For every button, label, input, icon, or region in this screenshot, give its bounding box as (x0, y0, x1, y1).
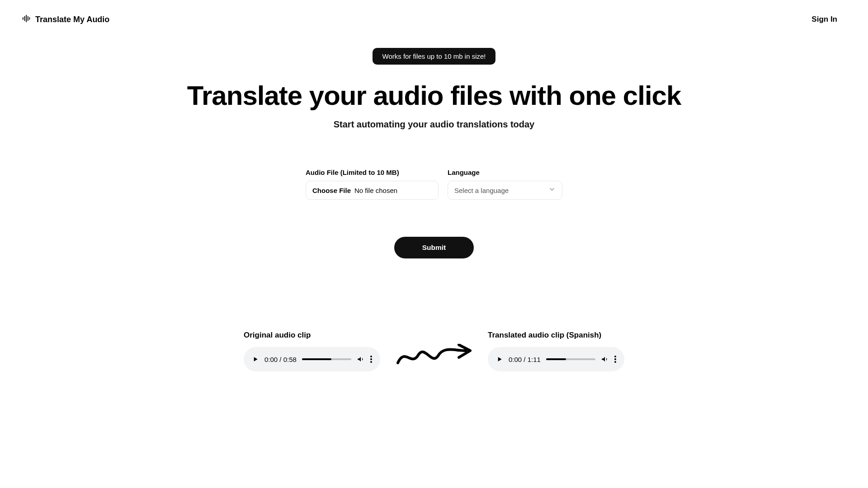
translated-clip-col: Translated audio clip (Spanish) 0:00 / 1… (488, 331, 624, 371)
svg-point-10 (614, 361, 616, 363)
volume-icon[interactable] (601, 355, 609, 363)
audio-file-field: Audio File (Limited to 10 MB) Choose Fil… (306, 169, 439, 200)
page-title: Translate your audio files with one clic… (187, 80, 681, 111)
language-placeholder: Select a language (454, 187, 509, 194)
original-time: 0:00 / 0:58 (264, 356, 297, 363)
more-icon[interactable] (370, 356, 372, 363)
file-input[interactable]: Choose File No file chosen (306, 181, 439, 200)
submit-button[interactable]: Submit (394, 237, 474, 258)
audio-wave-icon (22, 14, 32, 25)
choose-file-button[interactable]: Choose File (312, 187, 351, 194)
svg-point-8 (614, 356, 616, 357)
more-icon[interactable] (614, 356, 616, 363)
original-clip-col: Original audio clip 0:00 / 0:58 (244, 331, 380, 371)
audio-file-label: Audio File (Limited to 10 MB) (306, 169, 439, 176)
svg-point-6 (370, 358, 372, 360)
language-label: Language (448, 169, 562, 176)
form-row: Audio File (Limited to 10 MB) Choose Fil… (306, 169, 562, 200)
header: Translate My Audio Sign In (0, 0, 868, 39)
language-select[interactable]: Select a language (448, 181, 562, 200)
play-icon[interactable] (496, 356, 503, 363)
signin-link[interactable]: Sign In (811, 15, 837, 24)
original-audio-player[interactable]: 0:00 / 0:58 (244, 347, 380, 371)
main: Works for files up to 10 mb in size! Tra… (0, 39, 868, 371)
svg-point-9 (614, 358, 616, 360)
original-clip-label: Original audio clip (244, 331, 380, 340)
svg-point-5 (370, 356, 372, 357)
progress-bar[interactable] (302, 358, 351, 360)
clips-row: Original audio clip 0:00 / 0:58 (244, 331, 624, 371)
translated-time: 0:00 / 1:11 (509, 356, 541, 363)
translated-audio-player[interactable]: 0:00 / 1:11 (488, 347, 624, 371)
svg-point-7 (370, 361, 372, 363)
language-field: Language Select a language (448, 169, 562, 200)
chevron-down-icon (548, 186, 556, 195)
play-icon[interactable] (252, 356, 259, 363)
logo[interactable]: Translate My Audio (22, 14, 109, 25)
page-subtitle: Start automating your audio translations… (334, 119, 535, 130)
info-pill: Works for files up to 10 mb in size! (373, 48, 496, 65)
arrow-icon (396, 344, 472, 366)
progress-bar[interactable] (546, 358, 595, 360)
translated-clip-label: Translated audio clip (Spanish) (488, 331, 624, 340)
logo-text: Translate My Audio (35, 15, 109, 24)
file-placeholder: No file chosen (354, 187, 397, 194)
volume-icon[interactable] (357, 355, 365, 363)
